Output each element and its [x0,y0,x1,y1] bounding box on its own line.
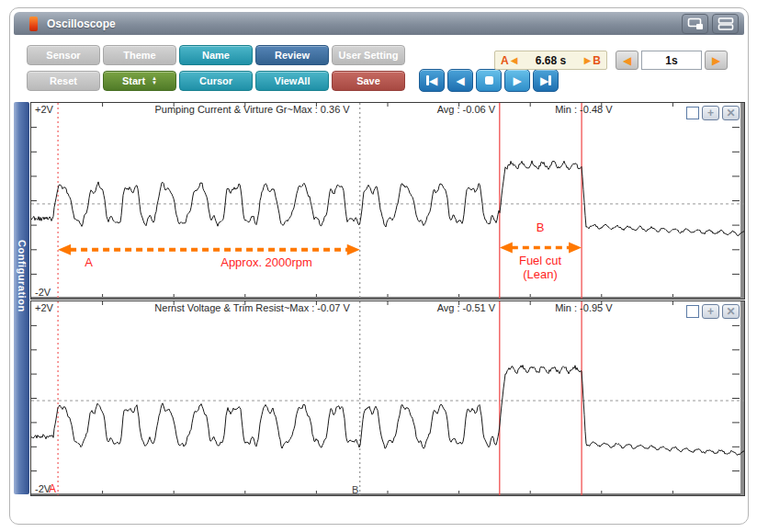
viewall-label: ViewAll [275,75,311,86]
annotation-lean: (Lean) [523,267,558,281]
configuration-label: Configuration [17,240,28,494]
chart-panel-nernst-voltage: +2V Nernst Voltage & Trim Resist~Max : -… [30,300,745,496]
skip-end-icon [548,75,551,85]
cursor-b-label[interactable]: B [352,484,358,495]
transport-controls: ◀ ◀ ▶ ▶ [419,69,559,92]
stop-button[interactable] [476,69,502,92]
chart2-add-button[interactable]: + [702,304,719,319]
sensor-label: Sensor [46,50,80,61]
cursor-a-label[interactable]: A [49,482,56,495]
configuration-tab[interactable]: Configuration [14,102,29,494]
skip-end-button[interactable]: ▶ [533,69,559,92]
chart2-avg: Avg : -0.51 V [437,302,495,313]
chart1-add-button[interactable]: + [702,106,719,120]
timebase-decrease-button[interactable]: ◀ [616,51,638,70]
start-label: Start [122,75,145,86]
viewall-button[interactable]: ViewAll [255,71,329,91]
waveform-plot-2 [31,301,744,495]
ab-range-box[interactable]: A ◀ 6.68 s ▶ B [494,51,607,70]
save-button[interactable]: Save [332,71,405,91]
ab-b-label: B [593,54,601,67]
right-arrow-icon: ▶ [712,54,720,67]
chart2-scale-top: +2V [35,302,53,313]
start-button[interactable]: Start ▲▼ [103,71,176,91]
name-label: Name [202,50,230,61]
chart1-title: Pumping Current & Virture Gr~Max : 0.36 … [154,104,349,115]
ab-right-arrow-icon: ▶ [584,55,592,65]
chart-panel-pumping-current: +2V Pumping Current & Virture Gr~Max : 0… [30,102,745,300]
cursor-label: Cursor [199,75,232,86]
review-button[interactable]: Review [255,45,329,65]
save-label: Save [356,75,380,86]
play-icon: ▶ [513,75,521,86]
title-bar: Oscilloscope [14,12,744,35]
app-icon [29,17,38,31]
reset-button[interactable]: Reset [27,71,100,91]
tile-window-icon[interactable] [712,14,739,34]
window-title: Oscilloscope [47,17,116,30]
timebase-increase-button[interactable]: ▶ [705,51,728,70]
chart2-close-button[interactable]: ✕ [722,304,740,319]
cascade-window-icon[interactable] [682,14,708,34]
chart1-scale-top: +2V [35,104,53,115]
annotation-rpm: Approx. 2000rpm [220,255,312,269]
annotation-a: A [85,255,93,269]
sensor-button[interactable]: Sensor [27,45,100,65]
user-setting-label: User Setting [339,50,399,61]
play-button[interactable]: ▶ [504,69,530,92]
chart1-scale-bottom: -2V [35,287,51,298]
review-label: Review [275,50,310,61]
ab-a-label: A [501,54,509,67]
chart2-title: Nernst Voltage & Trim Resist~Max : -0.07… [154,302,349,313]
waveform-plot-1 [31,103,744,299]
step-back-button[interactable]: ◀ [447,69,473,92]
chart2-checkbox[interactable] [686,305,699,318]
step-back-icon: ◀ [456,75,464,86]
up-down-spinner-icon: ▲▼ [152,76,157,85]
stop-icon [485,76,493,85]
theme-label: Theme [123,50,155,61]
theme-button[interactable]: Theme [103,45,176,65]
chart2-min: Min : -0.95 V [555,302,612,313]
chart1-close-button[interactable]: ✕ [722,106,740,120]
chart1-avg: Avg : -0.06 V [437,104,495,115]
chart1-checkbox[interactable] [686,107,699,119]
skip-end-icon-tri: ▶ [540,75,548,86]
annotation-fuel-cut: Fuel cut [519,254,561,267]
annotation-b: B [537,221,545,234]
ab-left-arrow-icon: ◀ [511,55,518,65]
cursor-button[interactable]: Cursor [179,71,253,91]
timebase-value[interactable]: 1s [641,51,702,70]
left-arrow-icon: ◀ [623,54,631,67]
chart1-min: Min : -0.48 V [555,104,612,115]
ab-range-value: 6.68 s [519,54,582,67]
skip-start-button[interactable]: ◀ [419,69,445,92]
name-button[interactable]: Name [179,45,253,65]
user-setting-button[interactable]: User Setting [332,45,405,65]
oscilloscope-window: Oscilloscope Sensor Theme Name Review Us… [9,7,749,525]
skip-start-icon-tri: ◀ [429,75,437,86]
reset-label: Reset [50,75,77,86]
